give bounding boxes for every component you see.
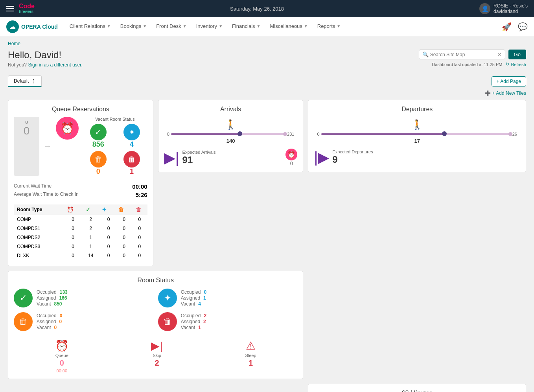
th-icon5: 🗑 <box>130 204 147 215</box>
checkout-door-icon: |▶ <box>314 149 329 166</box>
top-bar-right: 👤 ROSIE - Rosie's davidarland <box>479 3 528 14</box>
tab-default[interactable]: Default ⋮ <box>8 75 42 87</box>
top-bar: Code Brewers Saturday, May 26, 2018 👤 RO… <box>0 0 534 17</box>
rs-queue-val: 0 <box>60 359 64 368</box>
greeting-section: Hello, David! Not you? Sign in as a diff… <box>8 50 83 72</box>
nav-logo[interactable]: ☁ OPERA Cloud <box>6 20 58 33</box>
clock-val: 0 <box>290 160 293 166</box>
dep-current: 17 <box>317 138 517 144</box>
th-icon4: 🗑 <box>112 204 130 215</box>
rs-blue-occ: 0 <box>204 289 206 295</box>
rs-blue-item: ✦ Occupied0 Assigned1 Vacant4 <box>158 289 298 307</box>
add-page-button[interactable]: + Add Page <box>492 76 526 86</box>
dep-thumb <box>442 131 447 136</box>
rs-green-data: Occupied133 Assigned166 Vacant850 <box>37 289 68 307</box>
room-status-title: Room Status <box>14 277 297 284</box>
th-icon3: ✦ <box>96 204 112 215</box>
c3-cell: 0 <box>101 224 116 233</box>
search-section: 🔍 ✕ Go Dashboard last updated at 11:25 P… <box>419 50 526 67</box>
rs-skip: ▶| Skip 2 <box>151 339 162 373</box>
vrs-green-icon: ✓ <box>90 124 107 140</box>
rs-queue: ⏰ Queue 0 00:00 <box>55 339 69 373</box>
departures-bottom: |▶ Expected Departures 9 <box>314 149 520 166</box>
dashboard-grid: Arrivals 🚶 0 231 140 ▶| Expected Arr <box>8 100 526 379</box>
nav-financials[interactable]: Financials ▼ <box>228 17 264 36</box>
logo-sub: Brewers <box>19 9 35 14</box>
rs-blue-asgn: 1 <box>203 295 206 301</box>
rs-orange-asgn: 0 <box>59 319 62 324</box>
c4-cell: 0 <box>116 233 132 242</box>
clear-search-icon[interactable]: ✕ <box>497 52 502 57</box>
expected-val: 91 <box>182 155 216 166</box>
plus-icon: ➕ <box>485 90 491 96</box>
add-tiles-button[interactable]: ➕ + Add New Tiles <box>485 90 526 96</box>
room-type-cell: COMPDS2 <box>14 233 65 242</box>
c1-cell: 0 <box>65 251 81 260</box>
sign-in-link[interactable]: Sign in as a different user. <box>28 62 83 68</box>
update-info: Dashboard last updated at 11:25 PM. ↻ Re… <box>432 62 526 67</box>
th-room-type: Room Type <box>14 204 61 215</box>
queue-clock-icon: ⏰ <box>56 117 79 140</box>
nav-reports[interactable]: Reports ▼ <box>313 17 344 36</box>
tab-menu-icon[interactable]: ⋮ <box>31 78 36 84</box>
table-row: COMPDS3 0 1 0 0 0 <box>14 242 147 251</box>
awt-val: 5:26 <box>136 191 147 198</box>
room-type-cell: COMPDS1 <box>14 224 65 233</box>
nav-miscellaneous[interactable]: Miscellaneous ▼ <box>266 17 311 36</box>
rs-red-vac: 1 <box>198 325 201 330</box>
breadcrumb[interactable]: Home <box>8 41 526 46</box>
sixty-min-section: 60 Minutes ▶| Guests Checked In 152 |▶ G… <box>8 384 526 392</box>
rs-bottom: ⏰ Queue 0 00:00 ▶| Skip 2 ⚠ Sleep 1 <box>14 336 297 373</box>
rs-orange-data: Occupied0 Assigned0 Vacant0 <box>37 313 62 330</box>
c1-cell: 0 <box>65 215 81 224</box>
refresh-button[interactable]: ↻ Refresh <box>506 62 526 67</box>
search-input[interactable] <box>430 52 497 57</box>
dep-expected-label: Expected Departures <box>332 149 373 154</box>
logo-area: Code Brewers <box>19 3 35 14</box>
vrs-blue-icon: ✦ <box>123 124 140 140</box>
rs-green-icon: ✓ <box>14 289 33 307</box>
c2-cell: 1 <box>81 233 101 242</box>
nav-bookings[interactable]: Bookings ▼ <box>116 17 151 36</box>
awt-label: Average Wait Time to Check In <box>14 191 79 198</box>
rs-blue-data: Occupied0 Assigned1 Vacant4 <box>181 289 206 307</box>
arrivals-card: Arrivals 🚶 0 231 140 ▶| Expected Arr <box>158 100 304 172</box>
user-sub: davidarland <box>493 9 528 14</box>
avg-wait-row: Average Wait Time to Check In 5:26 <box>14 191 147 198</box>
queue-label: 0 <box>25 120 28 125</box>
rs-blue-vac: 4 <box>198 301 201 307</box>
dep-max: 26 <box>512 132 517 136</box>
rs-red-item: 🗑 Occupied2 Assigned2 Vacant1 <box>158 312 298 331</box>
arr-thumb <box>238 131 242 136</box>
room-type-table-scroll[interactable]: COMP 0 2 0 0 0 COMPDS1 0 2 0 0 0 COMPDS2… <box>14 215 147 260</box>
nav-front-desk[interactable]: Front Desk ▼ <box>152 17 190 36</box>
rs-blue-icon: ✦ <box>158 289 177 307</box>
tabs-row: Default ⋮ + Add Page <box>8 75 526 87</box>
c2-cell: 1 <box>81 242 101 251</box>
chat-icon[interactable]: 💬 <box>518 22 528 31</box>
room-type-cell: COMP <box>14 215 65 224</box>
arrivals-bottom: ▶| Expected Arrivals 91 ⏰ 0 <box>164 149 298 166</box>
hamburger-menu[interactable] <box>6 6 14 11</box>
c2-cell: 2 <box>81 224 101 233</box>
nav-client-relations[interactable]: Client Relations ▼ <box>66 17 115 36</box>
wait-times: Current Wait Time 00:00 Average Wait Tim… <box>14 180 147 201</box>
rs-grid: ✓ Occupied133 Assigned166 Vacant850 ✦ Oc… <box>14 289 297 331</box>
search-row: 🔍 ✕ Go <box>419 50 526 59</box>
nav-logo-text: OPERA Cloud <box>21 24 58 30</box>
room-type-table-body: COMP 0 2 0 0 0 COMPDS1 0 2 0 0 0 COMPDS2… <box>14 215 147 260</box>
nav-logo-icon: ☁ <box>6 20 19 33</box>
rs-green-asgn: 166 <box>59 295 67 301</box>
dep-end-dot <box>508 132 512 136</box>
c5-cell: 0 <box>132 233 147 242</box>
room-type-table-section: Room Type ⏰ ✓ ✦ 🗑 🗑 COMP 0 2 <box>14 204 147 260</box>
nav-inventory[interactable]: Inventory ▼ <box>192 17 226 36</box>
rocket-icon[interactable]: 🚀 <box>502 22 512 31</box>
cwt-val: 00:00 <box>132 183 147 190</box>
rs-sleep: ⚠ Sleep 1 <box>245 339 256 373</box>
rs-queue-icon: ⏰ <box>55 339 69 352</box>
clock-icon: ⏰ <box>285 149 297 160</box>
c1-cell: 0 <box>65 224 81 233</box>
arr-end-dot <box>283 132 287 136</box>
go-button[interactable]: Go <box>508 50 526 59</box>
